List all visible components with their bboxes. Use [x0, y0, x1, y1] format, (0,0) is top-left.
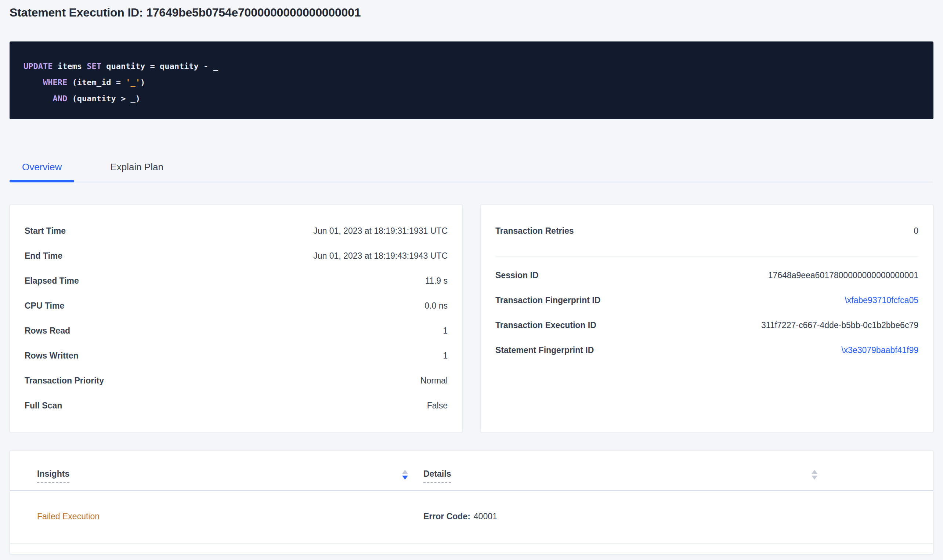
kv-row-transaction-priority: Transaction Priority Normal [25, 368, 448, 393]
kv-label: Full Scan [25, 401, 62, 411]
kv-value: 311f7227-c667-4dde-b5bb-0c1b2bbe6c79 [761, 320, 918, 330]
kv-value: False [427, 401, 448, 411]
kv-row-transaction-fingerprint-id: Transaction Fingerprint ID \xfabe93710fc… [495, 288, 918, 313]
insight-table-row: Failed Execution Error Code:40001 [10, 491, 933, 543]
kv-value: Normal [421, 376, 448, 386]
sort-arrows-icon[interactable] [812, 470, 817, 480]
kv-label: CPU Time [25, 301, 64, 311]
sql-text: ) [140, 78, 145, 87]
kv-label: Transaction Retries [495, 226, 573, 236]
sql-keyword: SET [87, 62, 101, 71]
kv-label: Rows Read [25, 326, 70, 336]
details-column-label[interactable]: Details [424, 469, 451, 483]
statement-execution-page: Statement Execution ID: 17649be5b0754e70… [0, 0, 943, 554]
kv-row-elapsed-time: Elapsed Time 11.9 s [25, 268, 448, 293]
card-divider [495, 257, 918, 257]
sql-line-3: AND (quantity > _) [23, 91, 920, 107]
sql-keyword: AND [52, 94, 67, 103]
column-header-details: Details [414, 469, 823, 483]
kv-label: Rows Written [25, 351, 79, 361]
transaction-fingerprint-link[interactable]: \xfabe93710fcfca05 [844, 295, 918, 305]
kv-row-end-time: End Time Jun 01, 2023 at 18:19:43:1943 U… [25, 243, 448, 268]
sql-indent [23, 78, 43, 87]
column-header-insights: Insights [10, 469, 414, 483]
kv-row-rows-written: Rows Written 1 [25, 343, 448, 368]
error-code-value: 40001 [474, 512, 497, 521]
insights-column-label[interactable]: Insights [37, 469, 69, 483]
sql-keyword: WHERE [43, 78, 67, 87]
kv-row-statement-fingerprint-id: Statement Fingerprint ID \x3e3079baabf41… [495, 338, 918, 363]
kv-value: 11.9 s [425, 276, 448, 286]
kv-value: 17648a9eea6017800000000000000001 [768, 271, 918, 280]
sql-text: (quantity > _) [67, 94, 140, 103]
kv-label: Transaction Execution ID [495, 320, 596, 330]
kv-row-rows-read: Rows Read 1 [25, 318, 448, 343]
failed-execution-label: Failed Execution [37, 512, 100, 521]
kv-label: End Time [25, 251, 62, 261]
kv-row-full-scan: Full Scan False [25, 393, 448, 418]
tab-bar: Overview Explain Plan [9, 162, 934, 182]
kv-value: Jun 01, 2023 at 18:19:43:1943 UTC [313, 251, 448, 261]
kv-row-transaction-retries: Transaction Retries 0 [495, 218, 918, 243]
kv-label: Transaction Priority [25, 376, 104, 386]
kv-value: 0.0 ns [424, 301, 448, 311]
insights-table-header: Insights Details [10, 451, 933, 491]
sort-ascending-icon [812, 470, 817, 474]
sql-keyword: UPDATE [23, 62, 52, 71]
details-cell: Error Code:40001 [414, 512, 497, 543]
kv-value: 1 [443, 326, 448, 336]
kv-label: Elapsed Time [25, 276, 79, 286]
kv-row-cpu-time: CPU Time 0.0 ns [25, 293, 448, 318]
page-title: Statement Execution ID: 17649be5b0754e70… [9, 0, 934, 20]
kv-value: Jun 01, 2023 at 18:19:31:1931 UTC [313, 226, 448, 236]
sql-statement-box: UPDATE items SET quantity = quantity - _… [9, 42, 934, 119]
tab-explain-plan[interactable]: Explain Plan [98, 162, 176, 182]
kv-row-start-time: Start Time Jun 01, 2023 at 18:19:31:1931… [25, 218, 448, 243]
overview-summary-card: Start Time Jun 01, 2023 at 18:19:31:1931… [9, 205, 463, 433]
sql-indent [23, 94, 52, 103]
kv-label: Start Time [25, 226, 66, 236]
tab-overview[interactable]: Overview [9, 162, 74, 182]
statement-fingerprint-link[interactable]: \x3e3079baabf41f99 [841, 345, 918, 355]
error-code-label: Error Code: [424, 512, 470, 521]
insight-cell: Failed Execution [10, 512, 414, 543]
sql-literal: '_' [126, 78, 140, 87]
sort-ascending-icon [402, 470, 408, 474]
sql-text: quantity = quantity - _ [101, 62, 218, 71]
sort-descending-icon [402, 475, 408, 480]
kv-value: 0 [914, 226, 918, 236]
insights-table-card: Insights Details Failed Execution Err [9, 450, 934, 554]
sort-arrows-icon[interactable] [402, 470, 408, 480]
kv-label: Statement Fingerprint ID [495, 345, 594, 355]
summary-cards-row: Start Time Jun 01, 2023 at 18:19:31:1931… [9, 205, 934, 433]
sql-text: (item_id = [67, 78, 126, 87]
sql-line-1: UPDATE items SET quantity = quantity - _ [23, 58, 920, 74]
kv-label: Session ID [495, 271, 539, 280]
kv-label: Transaction Fingerprint ID [495, 295, 600, 305]
sql-text: items [52, 62, 87, 71]
kv-row-session-id: Session ID 17648a9eea6017800000000000000… [495, 263, 918, 288]
transaction-summary-card: Transaction Retries 0 Session ID 17648a9… [480, 205, 934, 433]
kv-row-transaction-execution-id: Transaction Execution ID 311f7227-c667-4… [495, 313, 918, 338]
sort-descending-icon [812, 475, 817, 480]
kv-value: 1 [443, 351, 448, 361]
sql-line-2: WHERE (item_id = '_') [23, 74, 920, 91]
